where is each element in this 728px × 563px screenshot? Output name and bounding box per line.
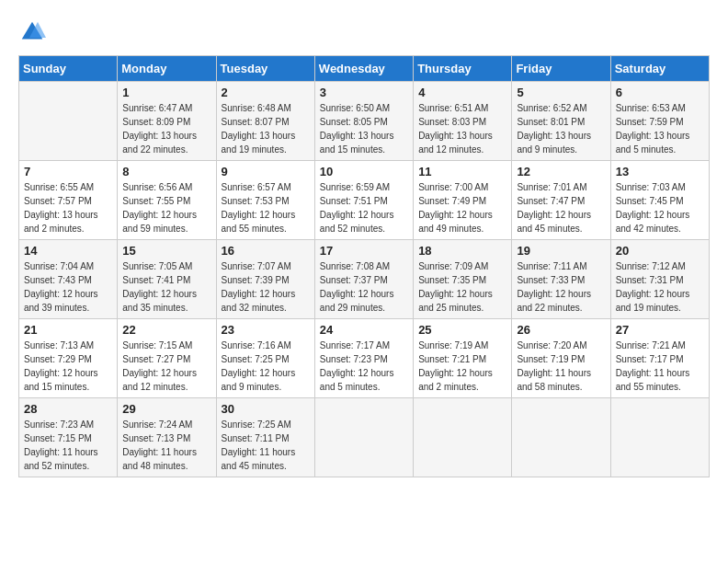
day-info: Sunrise: 7:20 AM Sunset: 7:19 PM Dayligh… xyxy=(517,339,605,394)
calendar-cell: 30Sunrise: 7:25 AM Sunset: 7:11 PM Dayli… xyxy=(216,398,314,477)
calendar-cell: 29Sunrise: 7:24 AM Sunset: 7:13 PM Dayli… xyxy=(118,398,216,477)
day-info: Sunrise: 7:12 AM Sunset: 7:31 PM Dayligh… xyxy=(616,259,704,315)
calendar-cell: 25Sunrise: 7:19 AM Sunset: 7:21 PM Dayli… xyxy=(414,319,512,398)
day-number: 17 xyxy=(320,244,408,258)
calendar-cell: 22Sunrise: 7:15 AM Sunset: 7:27 PM Dayli… xyxy=(118,319,216,398)
calendar-cell: 10Sunrise: 6:59 AM Sunset: 7:51 PM Dayli… xyxy=(314,161,413,240)
calendar-cell: 21Sunrise: 7:13 AM Sunset: 7:29 PM Dayli… xyxy=(19,319,118,398)
header-saturday: Saturday xyxy=(610,56,709,82)
day-number: 13 xyxy=(616,165,704,178)
logo xyxy=(18,18,50,46)
calendar-week-3: 14Sunrise: 7:04 AM Sunset: 7:43 PM Dayli… xyxy=(19,240,710,319)
calendar-cell: 13Sunrise: 7:03 AM Sunset: 7:45 PM Dayli… xyxy=(610,161,709,240)
day-info: Sunrise: 7:23 AM Sunset: 7:15 PM Dayligh… xyxy=(24,418,112,473)
calendar-week-1: 1Sunrise: 6:47 AM Sunset: 8:09 PM Daylig… xyxy=(19,82,710,161)
day-info: Sunrise: 7:04 AM Sunset: 7:43 PM Dayligh… xyxy=(24,259,112,315)
day-number: 26 xyxy=(517,323,605,337)
day-info: Sunrise: 6:48 AM Sunset: 8:07 PM Dayligh… xyxy=(222,101,310,156)
calendar-cell: 14Sunrise: 7:04 AM Sunset: 7:43 PM Dayli… xyxy=(19,240,118,319)
calendar-cell: 23Sunrise: 7:16 AM Sunset: 7:25 PM Dayli… xyxy=(216,319,314,398)
day-number: 6 xyxy=(616,86,704,99)
calendar-cell: 16Sunrise: 7:07 AM Sunset: 7:39 PM Dayli… xyxy=(216,240,314,319)
calendar-cell: 24Sunrise: 7:17 AM Sunset: 7:23 PM Dayli… xyxy=(314,319,413,398)
header-sunday: Sunday xyxy=(19,56,118,82)
day-number: 21 xyxy=(24,323,112,337)
calendar-cell: 17Sunrise: 7:08 AM Sunset: 7:37 PM Dayli… xyxy=(314,240,413,319)
calendar-cell: 8Sunrise: 6:56 AM Sunset: 7:55 PM Daylig… xyxy=(118,161,216,240)
calendar-cell xyxy=(19,82,118,161)
calendar-cell: 11Sunrise: 7:00 AM Sunset: 7:49 PM Dayli… xyxy=(414,161,512,240)
day-info: Sunrise: 6:51 AM Sunset: 8:03 PM Dayligh… xyxy=(418,101,506,156)
calendar-cell: 15Sunrise: 7:05 AM Sunset: 7:41 PM Dayli… xyxy=(118,240,216,319)
day-number: 30 xyxy=(222,402,310,416)
day-number: 20 xyxy=(616,244,704,258)
day-number: 25 xyxy=(418,323,506,337)
calendar-cell: 6Sunrise: 6:53 AM Sunset: 7:59 PM Daylig… xyxy=(610,82,709,161)
calendar-cell xyxy=(414,398,512,477)
header-tuesday: Tuesday xyxy=(216,56,314,82)
day-info: Sunrise: 7:25 AM Sunset: 7:11 PM Dayligh… xyxy=(222,418,310,473)
calendar-cell: 12Sunrise: 7:01 AM Sunset: 7:47 PM Dayli… xyxy=(512,161,610,240)
day-info: Sunrise: 7:13 AM Sunset: 7:29 PM Dayligh… xyxy=(24,339,112,394)
day-number: 23 xyxy=(222,323,310,337)
header-monday: Monday xyxy=(118,56,216,82)
calendar-cell: 5Sunrise: 6:52 AM Sunset: 8:01 PM Daylig… xyxy=(512,82,610,161)
day-info: Sunrise: 6:59 AM Sunset: 7:51 PM Dayligh… xyxy=(320,180,408,236)
day-number: 8 xyxy=(122,165,210,178)
day-number: 7 xyxy=(24,165,112,178)
day-number: 4 xyxy=(418,86,506,99)
calendar-cell: 19Sunrise: 7:11 AM Sunset: 7:33 PM Dayli… xyxy=(512,240,610,319)
day-number: 11 xyxy=(418,165,506,178)
calendar-cell: 1Sunrise: 6:47 AM Sunset: 8:09 PM Daylig… xyxy=(118,82,216,161)
calendar-cell: 26Sunrise: 7:20 AM Sunset: 7:19 PM Dayli… xyxy=(512,319,610,398)
day-info: Sunrise: 6:52 AM Sunset: 8:01 PM Dayligh… xyxy=(517,101,605,156)
day-number: 2 xyxy=(222,86,310,99)
logo-icon xyxy=(18,18,46,46)
calendar-cell: 18Sunrise: 7:09 AM Sunset: 7:35 PM Dayli… xyxy=(414,240,512,319)
day-info: Sunrise: 7:24 AM Sunset: 7:13 PM Dayligh… xyxy=(122,418,210,473)
calendar-week-5: 28Sunrise: 7:23 AM Sunset: 7:15 PM Dayli… xyxy=(19,398,710,477)
calendar-cell: 3Sunrise: 6:50 AM Sunset: 8:05 PM Daylig… xyxy=(314,82,413,161)
calendar-cell: 20Sunrise: 7:12 AM Sunset: 7:31 PM Dayli… xyxy=(610,240,709,319)
day-info: Sunrise: 7:21 AM Sunset: 7:17 PM Dayligh… xyxy=(616,339,704,394)
day-number: 15 xyxy=(122,244,210,258)
day-info: Sunrise: 6:56 AM Sunset: 7:55 PM Dayligh… xyxy=(122,180,210,236)
calendar-cell: 4Sunrise: 6:51 AM Sunset: 8:03 PM Daylig… xyxy=(414,82,512,161)
calendar-cell: 27Sunrise: 7:21 AM Sunset: 7:17 PM Dayli… xyxy=(610,319,709,398)
day-info: Sunrise: 6:55 AM Sunset: 7:57 PM Dayligh… xyxy=(24,180,112,236)
day-number: 16 xyxy=(222,244,310,258)
day-number: 24 xyxy=(320,323,408,337)
calendar-cell xyxy=(610,398,709,477)
day-number: 18 xyxy=(418,244,506,258)
day-info: Sunrise: 7:15 AM Sunset: 7:27 PM Dayligh… xyxy=(122,339,210,394)
calendar-cell: 28Sunrise: 7:23 AM Sunset: 7:15 PM Dayli… xyxy=(19,398,118,477)
calendar-table: SundayMondayTuesdayWednesdayThursdayFrid… xyxy=(18,55,710,477)
calendar-week-4: 21Sunrise: 7:13 AM Sunset: 7:29 PM Dayli… xyxy=(19,319,710,398)
calendar-week-2: 7Sunrise: 6:55 AM Sunset: 7:57 PM Daylig… xyxy=(19,161,710,240)
day-info: Sunrise: 7:11 AM Sunset: 7:33 PM Dayligh… xyxy=(517,259,605,315)
day-info: Sunrise: 7:09 AM Sunset: 7:35 PM Dayligh… xyxy=(418,259,506,315)
day-number: 22 xyxy=(122,323,210,337)
day-number: 10 xyxy=(320,165,408,178)
day-info: Sunrise: 7:07 AM Sunset: 7:39 PM Dayligh… xyxy=(222,259,310,315)
day-info: Sunrise: 7:08 AM Sunset: 7:37 PM Dayligh… xyxy=(320,259,408,315)
calendar-cell: 9Sunrise: 6:57 AM Sunset: 7:53 PM Daylig… xyxy=(216,161,314,240)
day-number: 3 xyxy=(320,86,408,99)
day-number: 19 xyxy=(517,244,605,258)
day-number: 12 xyxy=(517,165,605,178)
day-info: Sunrise: 7:03 AM Sunset: 7:45 PM Dayligh… xyxy=(616,180,704,236)
day-info: Sunrise: 7:19 AM Sunset: 7:21 PM Dayligh… xyxy=(418,339,506,394)
day-info: Sunrise: 6:53 AM Sunset: 7:59 PM Dayligh… xyxy=(616,101,704,156)
day-info: Sunrise: 7:05 AM Sunset: 7:41 PM Dayligh… xyxy=(122,259,210,315)
calendar-cell xyxy=(512,398,610,477)
day-number: 27 xyxy=(616,323,704,337)
day-number: 29 xyxy=(122,402,210,416)
day-info: Sunrise: 7:00 AM Sunset: 7:49 PM Dayligh… xyxy=(418,180,506,236)
day-info: Sunrise: 7:17 AM Sunset: 7:23 PM Dayligh… xyxy=(320,339,408,394)
day-number: 1 xyxy=(122,86,210,99)
header-thursday: Thursday xyxy=(414,56,512,82)
day-info: Sunrise: 7:16 AM Sunset: 7:25 PM Dayligh… xyxy=(222,339,310,394)
calendar-cell: 7Sunrise: 6:55 AM Sunset: 7:57 PM Daylig… xyxy=(19,161,118,240)
day-number: 5 xyxy=(517,86,605,99)
day-info: Sunrise: 6:50 AM Sunset: 8:05 PM Dayligh… xyxy=(320,101,408,156)
